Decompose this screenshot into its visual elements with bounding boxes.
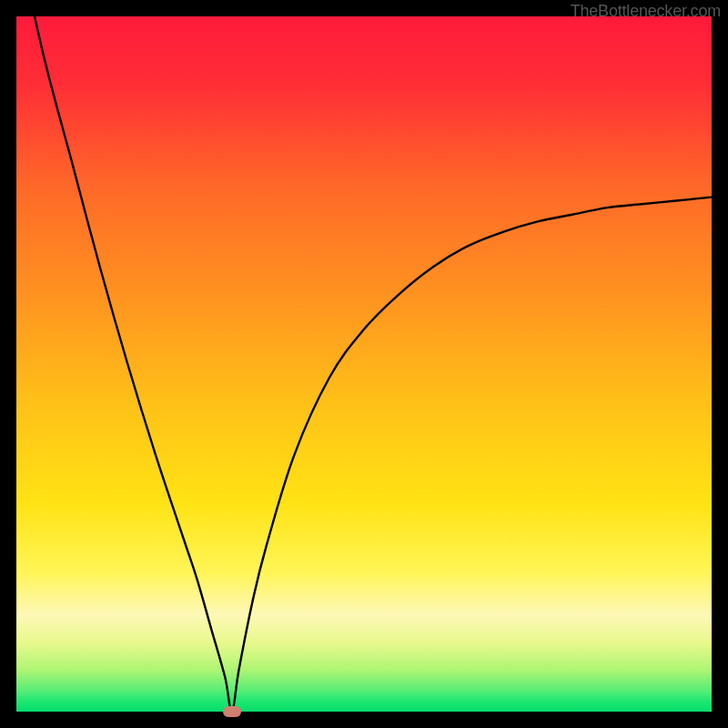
plot-area xyxy=(16,16,712,712)
curve-svg xyxy=(16,16,712,712)
minimum-marker xyxy=(223,706,241,717)
chart-container: TheBottlenecker.com xyxy=(0,0,728,728)
bottleneck-curve xyxy=(16,16,712,712)
